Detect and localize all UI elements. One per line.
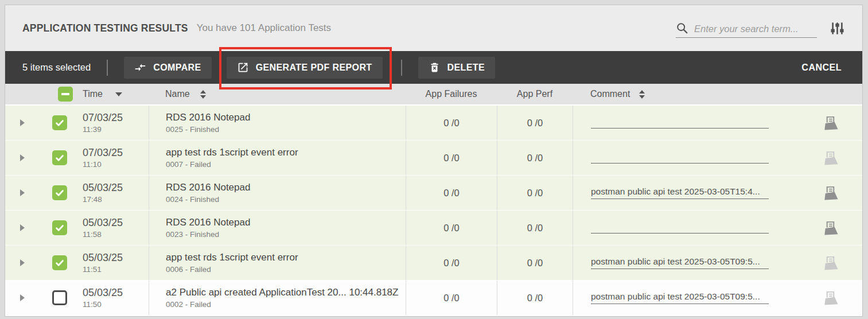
report-folder-icon [821, 115, 839, 131]
table-row[interactable]: 07/03/25 11:10 app test rds 1script even… [5, 141, 862, 175]
row-name-cell: RDS 2016 Notepad 0025 - Finished [149, 106, 406, 140]
select-all-checkbox[interactable] [58, 87, 73, 102]
table-row[interactable]: 05/03/25 11:50 a2 Public api created App… [5, 281, 862, 315]
report-folder-icon [821, 220, 839, 236]
row-checkbox[interactable] [52, 290, 67, 305]
row-app-perf-cell: 0 /0 [497, 281, 573, 315]
row-expand-cell [5, 106, 52, 140]
test-name: a2 Public api created ApplicationTest 20… [166, 287, 398, 298]
checkmark-icon [54, 187, 65, 199]
table-body: 07/03/25 11:39 RDS 2016 Notepad 0025 - F… [5, 106, 862, 315]
app-failures-value: 0 /0 [443, 118, 460, 129]
generate-pdf-report-label: GENERATE PDF REPORT [256, 63, 372, 73]
search-box[interactable] [676, 18, 817, 38]
expand-arrow-icon[interactable] [20, 154, 25, 161]
sliders-icon [830, 21, 845, 36]
comment-field[interactable] [591, 118, 769, 129]
row-time-cell: 07/03/25 11:39 [79, 106, 149, 140]
row-app-perf-cell: 0 /0 [497, 211, 573, 245]
test-name: RDS 2016 Notepad [166, 217, 250, 228]
app-perf-value: 0 /0 [527, 293, 543, 304]
search-input[interactable] [694, 24, 817, 34]
open-report-button[interactable] [821, 185, 839, 201]
comment-field[interactable] [591, 223, 769, 234]
name-column-label: Name [165, 89, 190, 99]
open-report-button[interactable] [821, 290, 839, 306]
row-app-failures-cell: 0 /0 [406, 141, 497, 175]
row-checkbox[interactable] [52, 255, 67, 270]
checkmark-icon [54, 257, 65, 269]
comment-field[interactable]: postman public api test 2025-03-05T09:5.… [591, 256, 769, 269]
row-comment-cell: postman public api test 2025-03-05T09:5.… [573, 281, 797, 315]
test-id-status: 0024 - Finished [166, 195, 219, 204]
test-date: 05/03/25 [83, 182, 123, 194]
test-date: 05/03/25 [83, 287, 123, 299]
expand-arrow-icon[interactable] [20, 224, 25, 231]
row-checkbox-cell [52, 141, 79, 175]
report-folder-icon [821, 185, 839, 201]
comment-field[interactable]: postman public api test 2025-03-05T15:4.… [591, 186, 769, 199]
selection-toolbar: 5 items selected COMPARE GENERATE PDF RE… [5, 51, 862, 84]
expander-header-cell [5, 84, 52, 104]
expand-arrow-icon[interactable] [20, 189, 25, 196]
page-header: APPLICATION TESTING RESULTS You have 101… [5, 5, 862, 51]
comment-field[interactable] [591, 153, 769, 164]
cancel-button[interactable]: CANCEL [798, 62, 845, 73]
sort-toggle-icon [639, 90, 645, 99]
row-report-cell [797, 211, 862, 245]
comment-field[interactable]: postman public api test 2025-03-05T09:5.… [591, 291, 769, 304]
app-perf-value: 0 /0 [527, 153, 543, 164]
expand-arrow-icon[interactable] [20, 259, 25, 266]
column-header-name[interactable]: Name [149, 84, 406, 104]
row-checkbox[interactable] [52, 220, 67, 235]
search-icon [676, 22, 688, 34]
test-date: 05/03/25 [83, 217, 123, 229]
row-app-failures-cell: 0 /0 [406, 106, 497, 140]
test-name: RDS 2016 Notepad [166, 112, 250, 123]
open-report-button[interactable] [821, 150, 839, 166]
sort-toggle-icon [200, 90, 206, 99]
row-checkbox[interactable] [52, 150, 67, 165]
comment-column-label: Comment [590, 89, 630, 99]
open-report-button[interactable] [821, 255, 839, 271]
column-header-comment[interactable]: Comment [573, 84, 797, 104]
table-row[interactable]: 05/03/25 11:51 app test rds 1script even… [5, 246, 862, 280]
column-header-time[interactable]: Time [79, 84, 149, 104]
compare-button[interactable]: COMPARE [124, 57, 211, 79]
row-checkbox-cell [52, 246, 79, 280]
row-checkbox[interactable] [52, 185, 67, 200]
time-column-label: Time [83, 89, 103, 99]
table-row[interactable]: 05/03/25 17:48 RDS 2016 Notepad 0024 - F… [5, 176, 862, 210]
row-comment-cell [573, 211, 797, 245]
test-id-status: 0006 - Failed [166, 265, 211, 274]
app-perf-value: 0 /0 [527, 188, 543, 199]
filter-settings-button[interactable] [830, 21, 845, 36]
expand-arrow-icon[interactable] [20, 294, 25, 301]
report-folder-icon [821, 255, 839, 271]
app-failures-value: 0 /0 [443, 153, 460, 164]
row-app-perf-cell: 0 /0 [497, 106, 573, 140]
row-app-failures-cell: 0 /0 [406, 176, 497, 210]
select-all-cell [52, 84, 79, 104]
test-date: 07/03/25 [83, 147, 123, 159]
open-report-button[interactable] [821, 220, 839, 236]
test-name: RDS 2016 Notepad [166, 182, 250, 193]
app-failures-value: 0 /0 [443, 223, 460, 234]
test-time: 11:39 [83, 125, 102, 134]
generate-pdf-report-button[interactable]: GENERATE PDF REPORT [227, 57, 383, 79]
row-app-failures-cell: 0 /0 [406, 281, 497, 315]
row-report-cell [797, 246, 862, 280]
table-row[interactable]: 05/03/25 11:58 RDS 2016 Notepad 0023 - F… [5, 211, 862, 245]
table-row[interactable]: 07/03/25 11:39 RDS 2016 Notepad 0025 - F… [5, 106, 862, 140]
report-folder-icon [821, 290, 839, 306]
open-report-button[interactable] [821, 115, 839, 131]
row-report-cell [797, 176, 862, 210]
expand-arrow-icon[interactable] [20, 119, 25, 126]
checkmark-icon [54, 152, 65, 164]
row-checkbox-cell [52, 106, 79, 140]
checkmark-icon [54, 222, 65, 234]
row-checkbox[interactable] [52, 115, 67, 130]
row-time-cell: 05/03/25 17:48 [79, 176, 149, 210]
row-comment-cell [573, 141, 797, 175]
delete-button[interactable]: DELETE [418, 57, 496, 79]
